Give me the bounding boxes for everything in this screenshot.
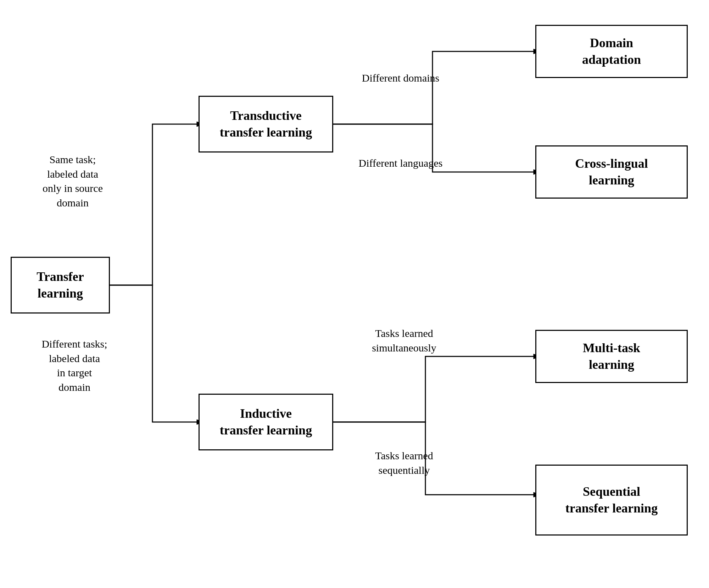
- diagram: Transfer learning Transductive transfer …: [0, 0, 709, 588]
- domain-adaptation-box: Domain adaptation: [535, 25, 688, 78]
- cross-lingual-box: Cross-lingual learning: [535, 145, 688, 199]
- different-domains-annotation: Different domains: [347, 71, 454, 85]
- cross-lingual-label: Cross-lingual learning: [575, 155, 648, 189]
- tasks-simultaneously-annotation: Tasks learned simultaneously: [347, 326, 461, 355]
- arrow-tl-transductive: [110, 124, 199, 285]
- transfer-learning-label: Transfer learning: [37, 268, 84, 302]
- transductive-box: Transductive transfer learning: [199, 96, 333, 152]
- sequential-label: Sequential transfer learning: [565, 483, 658, 517]
- inductive-label: Inductive transfer learning: [220, 405, 312, 439]
- different-tasks-annotation: Different tasks; labeled data in target …: [28, 337, 121, 394]
- inductive-box: Inductive transfer learning: [199, 394, 333, 450]
- domain-adaptation-label: Domain adaptation: [582, 35, 641, 68]
- arrow-tl-inductive: [110, 285, 199, 422]
- different-languages-annotation: Different languages: [340, 156, 461, 171]
- transductive-label: Transductive transfer learning: [220, 107, 312, 141]
- multi-task-box: Multi-task learning: [535, 330, 688, 383]
- sequential-box: Sequential transfer learning: [535, 465, 688, 536]
- same-task-annotation: Same task; labeled data only in source d…: [28, 152, 117, 210]
- transfer-learning-box: Transfer learning: [11, 257, 110, 314]
- tasks-sequentially-annotation: Tasks learned sequentially: [347, 449, 461, 477]
- arrow-transductive-domain: [333, 51, 535, 124]
- arrow-inductive-multitask: [333, 356, 535, 422]
- multi-task-label: Multi-task learning: [583, 340, 640, 373]
